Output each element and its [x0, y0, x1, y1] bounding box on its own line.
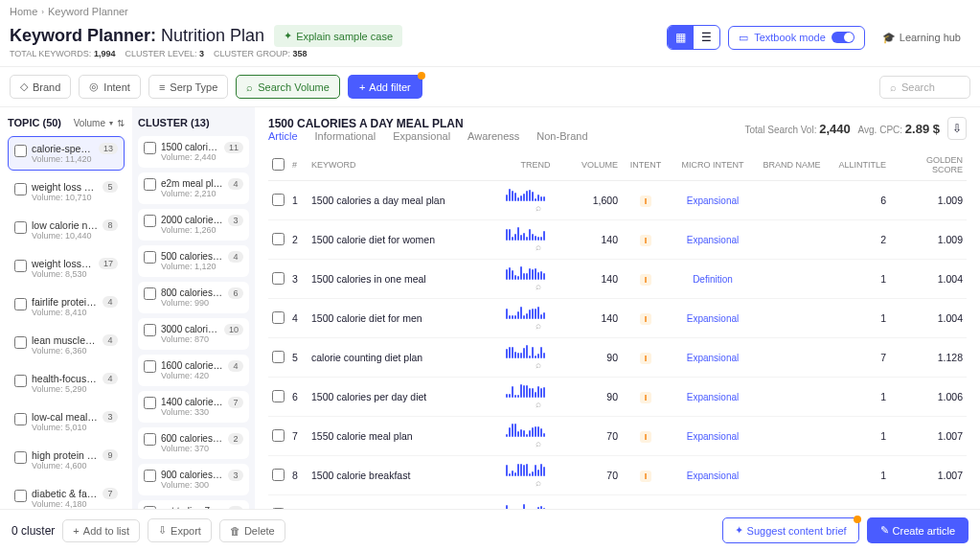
delete-button[interactable]: 🗑Delete	[219, 519, 285, 542]
add-filter-button[interactable]: +Add filter	[348, 75, 422, 99]
topic-volume: Volume: 5,290	[32, 384, 98, 394]
cluster-checkbox[interactable]	[144, 215, 156, 227]
cluster-item[interactable]: e2m meal planVolume: 2,2104	[138, 172, 249, 204]
table-row[interactable]: 5calorie counting diet plan⌕90IExpansion…	[268, 338, 967, 378]
topic-checkbox[interactable]	[14, 336, 27, 349]
topic-item[interactable]: weight loss & muscleVolume: 10,7105	[8, 174, 125, 209]
topic-checkbox[interactable]	[14, 260, 27, 272]
tab-awareness[interactable]: Awareness	[467, 130, 519, 142]
table-row[interactable]: 41500 calorie diet for men⌕140IExpansion…	[268, 299, 967, 338]
intent-badge: I	[640, 235, 652, 246]
search-icon[interactable]: ⌕	[536, 477, 541, 488]
search-icon[interactable]: ⌕	[536, 320, 541, 331]
topic-checkbox[interactable]	[14, 375, 27, 387]
grid-view-icon[interactable]: ▦	[668, 26, 694, 49]
search-icon[interactable]: ⌕	[536, 241, 541, 252]
topic-item[interactable]: weight loss meal planVolume: 8,53017	[8, 251, 125, 286]
topic-name: diabetic & fat loss	[32, 488, 98, 499]
search-icon: ⌕	[890, 81, 897, 93]
cluster-checkbox[interactable]	[144, 142, 156, 154]
export-button[interactable]: ⇩Export	[148, 518, 212, 542]
cluster-checkbox[interactable]	[144, 324, 156, 336]
topic-checkbox[interactable]	[14, 490, 27, 502]
search-icon[interactable]: ⌕	[536, 399, 541, 409]
table-row[interactable]: 21500 calorie diet for women⌕140IExpansi…	[268, 220, 967, 260]
topic-checkbox[interactable]	[14, 183, 27, 195]
search-icon[interactable]: ⌕	[536, 202, 541, 213]
cluster-item[interactable]: 1600 calories a day …Volume: 4204	[138, 355, 249, 386]
search-icon[interactable]: ⌕	[536, 359, 541, 370]
explain-button[interactable]: ✦Explain sample case	[274, 25, 402, 47]
table-row[interactable]: 81500 calorie breakfast⌕70IExpansional11…	[268, 456, 967, 495]
cluster-item[interactable]: 3000 calories a day …Volume: 87010	[138, 318, 249, 350]
sort-dropdown[interactable]: Volume ▾ ⇅	[74, 118, 125, 128]
cluster-item[interactable]: 900 calories a day m…Volume: 3003	[138, 464, 249, 495]
tab-expansional[interactable]: Expansional	[393, 130, 450, 142]
topic-item[interactable]: health-focused meal pla…Volume: 5,2904	[8, 366, 125, 401]
topic-item[interactable]: calorie-specific meal pl…Volume: 11,4201…	[8, 136, 125, 171]
table-row[interactable]: 11500 calories a day meal plan⌕1,600IExp…	[268, 181, 967, 220]
table-row[interactable]: 71550 calorie meal plan⌕70IExpansional11…	[268, 417, 967, 456]
cluster-item[interactable]: 2000 calories a day …Volume: 1,2603	[138, 209, 249, 241]
topic-item[interactable]: low-cal meal planVolume: 5,0103	[8, 404, 125, 439]
topic-item[interactable]: fairlife protein shakeVolume: 8,4104	[8, 289, 125, 324]
create-article-button[interactable]: ✎Create article	[867, 517, 969, 543]
cluster-checkbox[interactable]	[144, 251, 156, 264]
search-icon[interactable]: ⌕	[536, 438, 541, 448]
learning-hub[interactable]: 🎓 Learning hub	[873, 27, 970, 49]
topic-checkbox[interactable]	[14, 413, 27, 425]
topic-checkbox[interactable]	[14, 221, 27, 234]
cluster-checkbox[interactable]	[144, 397, 156, 409]
toggle-switch[interactable]	[832, 32, 855, 43]
tab-non-brand[interactable]: Non-Brand	[536, 130, 587, 142]
cluster-item[interactable]: 500 calories a day m…Volume: 1,1204	[138, 245, 249, 277]
row-checkbox[interactable]	[272, 194, 285, 206]
brand-cell	[756, 220, 828, 260]
topic-item[interactable]: high protein meal plansVolume: 4,6009	[8, 443, 125, 477]
tab-article[interactable]: Article	[268, 130, 298, 142]
breadcrumb-home[interactable]: Home	[10, 6, 37, 17]
row-checkbox[interactable]	[272, 390, 285, 402]
row-checkbox[interactable]	[272, 311, 285, 324]
breadcrumb: Home › Keyword Planner	[0, 0, 980, 23]
cluster-item[interactable]: 1500 calories a day …Volume: 2,44011	[138, 136, 249, 168]
cluster-checkbox[interactable]	[144, 287, 156, 300]
filter-volume[interactable]: ⌕Search Volume	[236, 75, 340, 99]
tab-informational[interactable]: Informational	[315, 130, 376, 142]
cluster-item[interactable]: 1400 calories a day …Volume: 3307	[138, 391, 249, 423]
topic-item[interactable]: low calorie nutritionVolume: 10,4408	[8, 213, 125, 247]
cluster-checkbox[interactable]	[144, 470, 156, 482]
select-all-checkbox[interactable]	[272, 158, 285, 171]
search-icon[interactable]: ⌕	[536, 281, 541, 291]
textbook-mode[interactable]: ▭ Textbook mode	[728, 26, 865, 50]
filter-serp[interactable]: ≡Serp Type	[148, 75, 228, 99]
cluster-checkbox[interactable]	[144, 360, 156, 373]
topic-item[interactable]: lean muscle dietVolume: 6,3604	[8, 328, 125, 362]
topic-checkbox[interactable]	[14, 451, 27, 464]
filter-brand[interactable]: ◇Brand	[10, 75, 71, 99]
count-badge: 4	[228, 251, 243, 263]
add-to-list-button[interactable]: +Add to list	[62, 519, 140, 542]
trash-icon: 🗑	[230, 525, 240, 537]
cluster-checkbox[interactable]	[144, 178, 156, 191]
topic-checkbox[interactable]	[14, 298, 27, 310]
row-checkbox[interactable]	[272, 233, 285, 245]
filter-intent[interactable]: ◎Intent	[79, 75, 141, 99]
row-checkbox[interactable]	[272, 429, 285, 442]
row-checkbox[interactable]	[272, 469, 285, 481]
view-toggle[interactable]: ▦ ☰	[667, 25, 720, 50]
export-icon[interactable]: ⇩	[947, 117, 967, 140]
cluster-item[interactable]: 800 calories a day m…Volume: 9906	[138, 282, 249, 313]
sort-icon[interactable]: ⇅	[117, 118, 125, 128]
cluster-item[interactable]: 600 calories a day m…Volume: 3702	[138, 427, 249, 459]
list-view-icon[interactable]: ☰	[694, 26, 719, 49]
table-row[interactable]: 31500 calories in one meal⌕140IDefinitio…	[268, 260, 967, 299]
search-input[interactable]: ⌕Search	[879, 76, 970, 99]
topic-volume: Volume: 8,410	[32, 308, 98, 317]
cluster-checkbox[interactable]	[144, 433, 156, 446]
table-row[interactable]: 61500 calories per day diet⌕90IExpansion…	[268, 378, 967, 417]
topic-checkbox[interactable]	[14, 145, 27, 157]
row-checkbox[interactable]	[272, 351, 285, 363]
suggest-brief-button[interactable]: ✦Suggest content brief	[722, 517, 859, 543]
row-checkbox[interactable]	[272, 272, 285, 285]
